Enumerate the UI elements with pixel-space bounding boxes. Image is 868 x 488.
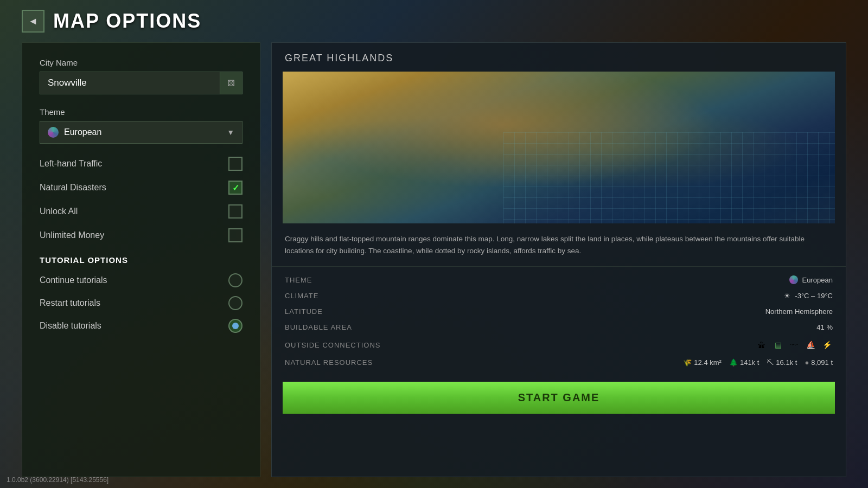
buildable-stat-key: BUILDABLE AREA xyxy=(285,323,352,331)
theme-stat-icon xyxy=(789,275,798,284)
unlock-all-checkbox[interactable] xyxy=(228,204,242,219)
ore-icon: ⛏ xyxy=(767,358,774,367)
power-connection-icon: ⚡ xyxy=(821,339,833,351)
theme-group: Theme European ▼ xyxy=(40,107,242,144)
disable-tutorials-radio[interactable] xyxy=(228,319,242,333)
randomize-icon: ⚄ xyxy=(227,78,235,88)
unlimited-money-checkbox[interactable] xyxy=(228,228,242,242)
continue-tutorials-radio[interactable] xyxy=(228,273,242,287)
city-name-group: City Name ⚄ xyxy=(40,58,242,94)
option-row-unlock-all: Unlock All xyxy=(40,204,242,219)
resource-oil: ● 8,091 t xyxy=(805,358,833,367)
option-row-unlimited-money: Unlimited Money xyxy=(40,228,242,242)
theme-icon xyxy=(48,127,59,138)
resource-grain: 🌾 12.4 km² xyxy=(683,358,722,367)
restart-tutorials-radio[interactable] xyxy=(228,296,242,310)
stats-section: THEME European CLIMATE ☀ -3°C – 19°C LAT… xyxy=(272,267,846,375)
oil-icon: ● xyxy=(805,358,809,367)
resource-ore: ⛏ 16.1k t xyxy=(767,358,797,367)
theme-label: Theme xyxy=(40,107,242,117)
city-name-label: City Name xyxy=(40,58,242,67)
map-description: Craggy hills and flat-topped mountain ra… xyxy=(272,223,846,267)
stat-row-latitude: LATITUDE Northern Hemisphere xyxy=(285,307,833,316)
resource-forest: 🌲 141k t xyxy=(729,358,759,367)
theme-value: European xyxy=(64,127,227,137)
road-connection-icon: 🛣 xyxy=(756,339,768,351)
water-connection-icon: 〰 xyxy=(788,339,800,351)
latitude-stat-value: Northern Hemisphere xyxy=(765,307,833,316)
climate-stat-value: ☀ -3°C – 19°C xyxy=(784,292,833,300)
latitude-stat-key: LATITUDE xyxy=(285,307,323,316)
climate-stat-key: CLIMATE xyxy=(285,292,318,300)
stat-row-resources: NATURAL RESOURCES 🌾 12.4 km² 🌲 141k t ⛏ xyxy=(285,358,833,367)
map-name: GREAT HIGHLANDS xyxy=(272,43,846,72)
start-game-button[interactable]: START GAME xyxy=(283,382,835,414)
option-row-left-hand-traffic: Left-hand Traffic xyxy=(40,157,242,171)
forest-icon: 🌲 xyxy=(729,358,738,367)
left-panel: City Name ⚄ Theme European ▼ xyxy=(22,42,260,477)
chevron-down-icon: ▼ xyxy=(227,128,234,137)
connections-icons: 🛣 ▤ 〰 ⛵ ⚡ xyxy=(756,339,833,351)
randomize-name-button[interactable]: ⚄ xyxy=(220,72,242,94)
connections-stat-key: OUTSIDE CONNECTIONS xyxy=(285,341,380,349)
main-content: City Name ⚄ Theme European ▼ xyxy=(0,42,868,488)
unlimited-money-label: Unlimited Money xyxy=(40,230,104,240)
map-image xyxy=(283,72,835,223)
right-panel: GREAT HIGHLANDS Craggy hills and flat-to… xyxy=(271,42,846,477)
back-button[interactable]: ◄ xyxy=(22,10,44,33)
disable-tutorials-row: Disable tutorials xyxy=(40,319,242,333)
stat-row-theme: THEME European xyxy=(285,275,833,284)
options-section: Left-hand Traffic Natural Disasters Unlo… xyxy=(40,157,242,242)
grain-icon: 🌾 xyxy=(683,358,692,367)
buildable-stat-value: 41 % xyxy=(816,323,833,331)
continue-tutorials-row: Continue tutorials xyxy=(40,273,242,287)
restart-tutorials-row: Restart tutorials xyxy=(40,296,242,310)
theme-stat-key: THEME xyxy=(285,276,312,284)
left-hand-traffic-label: Left-hand Traffic xyxy=(40,159,102,169)
restart-tutorials-label: Restart tutorials xyxy=(40,298,100,308)
map-grid-overlay xyxy=(503,132,835,223)
ship-connection-icon: ⛵ xyxy=(805,339,816,351)
stat-row-connections: OUTSIDE CONNECTIONS 🛣 ▤ 〰 ⛵ ⚡ xyxy=(285,339,833,351)
resources-stat-key: NATURAL RESOURCES xyxy=(285,358,373,367)
theme-select[interactable]: European ▼ xyxy=(40,121,242,144)
natural-disasters-label: Natural Disasters xyxy=(40,183,106,192)
resources-values: 🌾 12.4 km² 🌲 141k t ⛏ 16.1k t ● xyxy=(683,358,833,367)
stat-row-climate: CLIMATE ☀ -3°C – 19°C xyxy=(285,292,833,300)
city-name-input[interactable] xyxy=(40,72,220,94)
tutorial-section: TUTORIAL OPTIONS Continue tutorials Rest… xyxy=(40,255,242,333)
theme-stat-value: European xyxy=(789,275,833,284)
sun-icon: ☀ xyxy=(784,292,790,300)
header: ◄ MAP OPTIONS xyxy=(0,0,868,42)
option-row-natural-disasters: Natural Disasters xyxy=(40,181,242,195)
page-title: MAP OPTIONS xyxy=(53,10,201,33)
tutorial-options-title: TUTORIAL OPTIONS xyxy=(40,255,242,265)
stat-row-buildable: BUILDABLE AREA 41 % xyxy=(285,323,833,331)
left-hand-traffic-checkbox[interactable] xyxy=(228,157,242,171)
rail-connection-icon: ▤ xyxy=(772,339,784,351)
city-name-input-row: ⚄ xyxy=(40,72,242,94)
version-text: 1.0.0b2 (3600.22914) [5143.25556] xyxy=(7,476,108,484)
disable-tutorials-label: Disable tutorials xyxy=(40,321,101,331)
continue-tutorials-label: Continue tutorials xyxy=(40,275,107,285)
unlock-all-label: Unlock All xyxy=(40,207,78,216)
natural-disasters-checkbox[interactable] xyxy=(228,181,242,195)
